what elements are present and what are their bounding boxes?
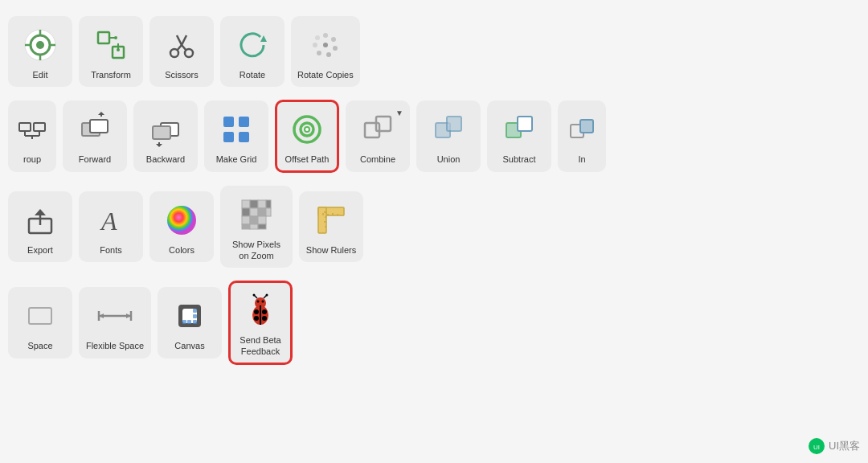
svg-rect-44 (223, 132, 234, 142)
svg-rect-77 (318, 207, 326, 233)
group-icon (11, 109, 53, 150)
svg-line-15 (177, 45, 182, 51)
svg-rect-63 (250, 200, 258, 208)
svg-point-11 (114, 36, 117, 39)
svg-rect-69 (266, 208, 271, 216)
scissors-icon (161, 24, 203, 66)
svg-rect-72 (258, 216, 266, 224)
svg-rect-7 (98, 32, 109, 43)
tool-combine[interactable]: ▼ Combine (346, 100, 410, 171)
tool-export[interactable]: Export (8, 191, 72, 262)
export-label: Export (27, 244, 53, 256)
svg-point-12 (117, 48, 120, 51)
svg-rect-68 (258, 208, 266, 216)
fonts-label: Fonts (100, 244, 122, 256)
intersect-label: In (578, 154, 585, 165)
svg-point-26 (313, 43, 317, 47)
svg-rect-64 (258, 200, 266, 208)
combine-icon (357, 109, 399, 150)
backward-label: Backward (146, 154, 185, 165)
svg-rect-67 (250, 208, 258, 216)
svg-marker-19 (260, 35, 267, 42)
tool-colors[interactable]: Colors (149, 191, 214, 262)
subtract-icon (498, 109, 540, 150)
tool-offset-path[interactable]: Offset Path (275, 100, 339, 172)
svg-rect-39 (153, 126, 170, 139)
svg-rect-52 (447, 117, 461, 131)
svg-point-106 (257, 301, 260, 303)
tool-backward[interactable]: Backward (133, 100, 198, 171)
edit-icon (19, 24, 61, 66)
tool-make-grid[interactable]: Make Grid (204, 100, 268, 171)
canvas-icon (169, 295, 211, 337)
svg-rect-56 (580, 120, 593, 133)
svg-point-102 (254, 309, 259, 314)
canvas-label: Canvas (174, 340, 204, 351)
tool-flexible-space[interactable]: Flexible Space (79, 287, 151, 358)
tool-intersect[interactable]: In (558, 100, 606, 171)
svg-rect-42 (223, 117, 234, 127)
svg-marker-41 (156, 144, 162, 147)
group-label: roup (23, 154, 41, 165)
tool-show-pixels[interactable]: Show Pixelson Zoom (220, 186, 293, 268)
tool-show-rulers[interactable]: Show Rulers (299, 191, 363, 262)
svg-rect-97 (187, 320, 191, 324)
tool-transform[interactable]: Transform (79, 16, 143, 87)
svg-point-25 (317, 51, 321, 55)
show-rulers-label: Show Rulers (306, 244, 356, 256)
svg-rect-98 (182, 320, 186, 324)
rotate-label: Rotate (240, 69, 265, 80)
union-icon (428, 109, 469, 150)
tool-rotate-copies[interactable]: Rotate Copies (291, 16, 360, 87)
show-pixels-icon (235, 194, 277, 236)
tool-space[interactable]: Space (8, 287, 72, 358)
svg-rect-73 (242, 224, 250, 229)
svg-rect-28 (19, 123, 31, 131)
show-pixels-label: Show Pixelson Zoom (232, 239, 280, 262)
svg-rect-43 (239, 117, 249, 127)
svg-rect-62 (242, 200, 250, 208)
tool-scissors[interactable]: Scissors (149, 16, 214, 87)
tool-union[interactable]: Union (416, 100, 481, 171)
tool-group[interactable]: roup (8, 100, 56, 171)
toolbar-row-4: Space Flexible Space (8, 281, 860, 365)
rotate-copies-label: Rotate Copies (297, 69, 354, 80)
scissors-label: Scissors (165, 69, 199, 80)
svg-line-16 (182, 45, 186, 51)
rotate-icon (231, 24, 273, 66)
send-beta-feedback-icon (240, 289, 281, 331)
svg-rect-96 (193, 320, 197, 324)
tool-fonts[interactable]: A Fonts (79, 191, 143, 262)
svg-rect-54 (518, 117, 532, 131)
tool-rotate[interactable]: Rotate (220, 16, 285, 87)
union-label: Union (437, 154, 461, 165)
tool-canvas[interactable]: Canvas (158, 287, 222, 358)
svg-point-104 (254, 316, 259, 321)
watermark-text: UI黑客 (829, 439, 860, 453)
toolbar-row-2: roup Forward (8, 100, 860, 172)
svg-rect-86 (29, 308, 51, 324)
toolbar-container: Edit Transform (0, 0, 868, 463)
forward-icon (74, 109, 116, 150)
tool-subtract[interactable]: Subtract (487, 100, 551, 171)
transform-label: Transform (91, 69, 131, 80)
tool-send-beta-feedback[interactable]: Send BetaFeedback (228, 281, 293, 365)
svg-rect-35 (90, 120, 108, 133)
svg-point-27 (315, 35, 320, 40)
subtract-label: Subtract (503, 154, 536, 165)
tool-edit[interactable]: Edit (8, 16, 72, 87)
transform-icon (90, 24, 132, 66)
tool-forward[interactable]: Forward (63, 100, 127, 171)
svg-rect-74 (250, 224, 258, 229)
edit-label: Edit (33, 69, 48, 80)
svg-point-21 (323, 33, 328, 38)
svg-line-18 (182, 35, 186, 45)
combine-label: Combine (360, 154, 395, 165)
svg-rect-66 (242, 208, 250, 216)
fonts-icon: A (90, 199, 132, 241)
svg-point-61 (167, 206, 196, 235)
svg-rect-94 (193, 309, 197, 313)
svg-line-17 (177, 35, 182, 45)
svg-point-20 (323, 43, 328, 47)
send-beta-feedback-label: Send BetaFeedback (240, 334, 280, 358)
